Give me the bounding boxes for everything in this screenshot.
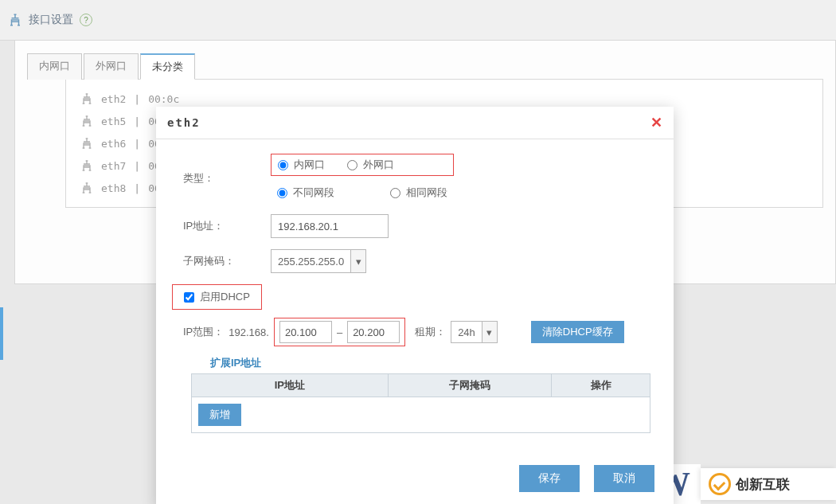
tab-uncategorized[interactable]: 未分类 <box>140 53 195 80</box>
radio-lan[interactable]: 内网口 <box>278 158 325 172</box>
close-icon[interactable]: ✕ <box>650 114 662 131</box>
segment-radio-group: 不同网段 相同网段 <box>271 182 454 203</box>
range-from-field[interactable] <box>279 321 332 343</box>
iface-name: eth6 <box>101 138 126 150</box>
network-icon <box>80 159 93 172</box>
accent-bar <box>0 307 3 360</box>
iface-mac: 00:0c <box>148 93 179 105</box>
configure-interface-dialog: eth2 ✕ 类型： 内网口 外网口 不同网段 相同网段 IP地址： 子网掩码： <box>156 107 674 504</box>
dialog-title: eth2 <box>167 116 201 129</box>
chevron-down-icon[interactable]: ▾ <box>350 250 365 272</box>
network-icon <box>80 92 93 105</box>
range-to-field[interactable] <box>347 321 400 343</box>
extended-ip-title: 扩展IP地址 <box>210 356 654 370</box>
extended-ip-table: IP地址 子网掩码 操作 新增 <box>191 373 650 433</box>
add-button[interactable]: 新增 <box>198 404 241 426</box>
col-mask: 子网掩码 <box>389 374 553 397</box>
network-icon <box>80 137 93 150</box>
logo-cx: 创新互联 <box>701 468 836 500</box>
cancel-button[interactable]: 取消 <box>594 465 654 492</box>
iface-name: eth8 <box>101 182 126 194</box>
lease-select[interactable]: 24h ▾ <box>451 321 498 343</box>
ip-address-field[interactable] <box>271 214 389 238</box>
table-header: IP地址 子网掩码 操作 <box>192 374 650 397</box>
lease-label: 租期： <box>415 325 446 339</box>
tab-wan[interactable]: 外网口 <box>84 53 139 80</box>
check-circle-icon <box>709 473 731 495</box>
page-title: 接口设置 <box>29 13 73 27</box>
col-ip: IP地址 <box>192 374 389 397</box>
type-radio-group: 内网口 外网口 <box>271 154 454 176</box>
tab-lan[interactable]: 内网口 <box>27 53 82 80</box>
ip-label: IP地址： <box>175 219 271 233</box>
enable-dhcp-checkbox[interactable]: 启用DHCP <box>172 284 262 310</box>
ip-range-group: – <box>274 318 405 346</box>
type-label: 类型： <box>175 171 271 186</box>
radio-same-segment[interactable]: 相同网段 <box>390 186 447 200</box>
dialog-body: 类型： 内网口 外网口 不同网段 相同网段 IP地址： 子网掩码： 255.25… <box>156 139 674 447</box>
tabs: 内网口 外网口 未分类 <box>27 53 823 80</box>
iface-name: eth7 <box>101 160 126 172</box>
radio-wan[interactable]: 外网口 <box>347 158 394 172</box>
help-icon[interactable]: ? <box>80 14 92 26</box>
footer-logos: W 创新互联 <box>647 464 836 504</box>
save-button[interactable]: 保存 <box>519 465 580 492</box>
col-action: 操作 <box>552 374 650 397</box>
chevron-down-icon[interactable]: ▾ <box>482 322 497 342</box>
range-label: IP范围： <box>183 325 224 339</box>
dialog-footer: 保存 取消 <box>156 455 674 504</box>
iface-name: eth2 <box>101 93 126 105</box>
clear-dhcp-cache-button[interactable]: 清除DHCP缓存 <box>531 321 624 343</box>
page-header: 接口设置 ? <box>0 0 836 41</box>
network-icon <box>8 13 22 27</box>
iface-name: eth5 <box>101 115 126 127</box>
mask-label: 子网掩码： <box>175 254 271 268</box>
network-icon <box>80 115 93 127</box>
range-prefix: 192.168. <box>229 326 269 338</box>
radio-diff-segment[interactable]: 不同网段 <box>277 186 334 200</box>
dialog-titlebar: eth2 ✕ <box>156 107 674 139</box>
subnet-mask-select[interactable]: 255.255.255.0 ▾ <box>271 249 366 273</box>
network-icon <box>80 182 93 194</box>
